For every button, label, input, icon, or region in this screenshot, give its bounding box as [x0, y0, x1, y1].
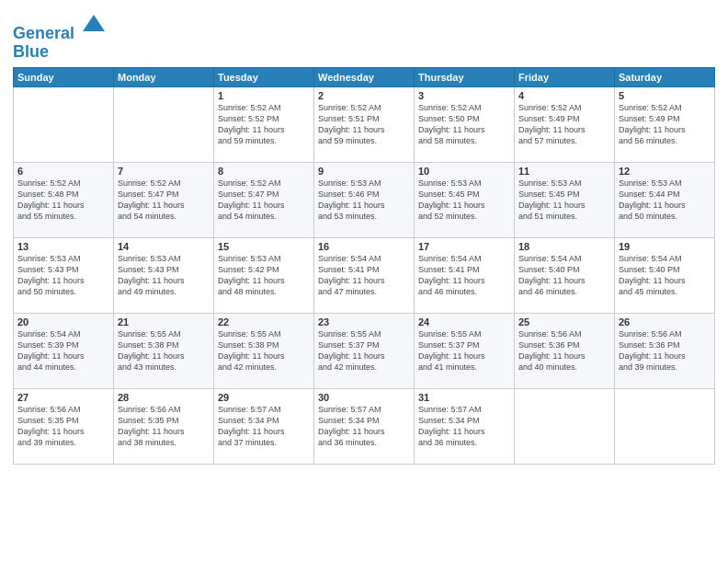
calendar-cell: 3Sunrise: 5:52 AM Sunset: 5:50 PM Daylig… — [415, 86, 515, 162]
calendar-cell: 11Sunrise: 5:53 AM Sunset: 5:45 PM Dayli… — [515, 162, 615, 237]
calendar-cell: 25Sunrise: 5:56 AM Sunset: 5:36 PM Dayli… — [515, 313, 615, 388]
day-info: Sunrise: 5:57 AM Sunset: 5:34 PM Dayligh… — [218, 404, 310, 449]
day-info: Sunrise: 5:56 AM Sunset: 5:35 PM Dayligh… — [118, 404, 210, 449]
logo-blue: Blue — [13, 42, 49, 61]
day-info: Sunrise: 5:52 AM Sunset: 5:47 PM Dayligh… — [118, 178, 210, 223]
day-info: Sunrise: 5:53 AM Sunset: 5:45 PM Dayligh… — [518, 178, 610, 223]
calendar-cell: 9Sunrise: 5:53 AM Sunset: 5:46 PM Daylig… — [314, 162, 415, 237]
calendar-cell: 21Sunrise: 5:55 AM Sunset: 5:38 PM Dayli… — [114, 313, 214, 388]
day-info: Sunrise: 5:52 AM Sunset: 5:50 PM Dayligh… — [418, 102, 510, 147]
week-row-2: 6Sunrise: 5:52 AM Sunset: 5:48 PM Daylig… — [14, 162, 715, 237]
day-info: Sunrise: 5:52 AM Sunset: 5:52 PM Dayligh… — [218, 102, 310, 147]
calendar-cell: 16Sunrise: 5:54 AM Sunset: 5:41 PM Dayli… — [314, 237, 415, 313]
day-info: Sunrise: 5:57 AM Sunset: 5:34 PM Dayligh… — [318, 404, 410, 449]
calendar-cell: 6Sunrise: 5:52 AM Sunset: 5:48 PM Daylig… — [14, 162, 114, 237]
day-number: 23 — [318, 316, 410, 327]
day-info: Sunrise: 5:55 AM Sunset: 5:37 PM Dayligh… — [418, 328, 510, 373]
calendar-cell: 14Sunrise: 5:53 AM Sunset: 5:43 PM Dayli… — [114, 237, 214, 313]
calendar-cell: 17Sunrise: 5:54 AM Sunset: 5:41 PM Dayli… — [415, 237, 515, 313]
day-info: Sunrise: 5:56 AM Sunset: 5:35 PM Dayligh… — [17, 404, 109, 449]
logo-icon — [81, 13, 107, 39]
day-number: 18 — [518, 241, 610, 252]
day-info: Sunrise: 5:54 AM Sunset: 5:40 PM Dayligh… — [518, 253, 610, 298]
day-info: Sunrise: 5:53 AM Sunset: 5:45 PM Dayligh… — [418, 178, 510, 223]
logo: General Blue — [13, 13, 107, 62]
calendar-cell: 4Sunrise: 5:52 AM Sunset: 5:49 PM Daylig… — [515, 86, 615, 162]
week-row-3: 13Sunrise: 5:53 AM Sunset: 5:43 PM Dayli… — [14, 237, 715, 313]
day-number: 4 — [518, 90, 610, 101]
calendar-cell: 13Sunrise: 5:53 AM Sunset: 5:43 PM Dayli… — [14, 237, 114, 313]
day-info: Sunrise: 5:53 AM Sunset: 5:42 PM Dayligh… — [218, 253, 310, 298]
day-number: 28 — [118, 392, 210, 403]
weekday-sunday: Sunday — [14, 67, 114, 86]
weekday-wednesday: Wednesday — [314, 67, 415, 86]
calendar-cell: 5Sunrise: 5:52 AM Sunset: 5:49 PM Daylig… — [615, 86, 715, 162]
svg-marker-0 — [83, 15, 105, 31]
day-info: Sunrise: 5:54 AM Sunset: 5:41 PM Dayligh… — [318, 253, 410, 298]
weekday-monday: Monday — [114, 67, 214, 86]
day-number: 24 — [418, 316, 510, 327]
calendar-cell: 8Sunrise: 5:52 AM Sunset: 5:47 PM Daylig… — [214, 162, 314, 237]
day-info: Sunrise: 5:56 AM Sunset: 5:36 PM Dayligh… — [518, 328, 610, 373]
day-info: Sunrise: 5:53 AM Sunset: 5:46 PM Dayligh… — [318, 178, 410, 223]
day-info: Sunrise: 5:52 AM Sunset: 5:49 PM Dayligh… — [619, 102, 711, 147]
calendar-cell: 31Sunrise: 5:57 AM Sunset: 5:34 PM Dayli… — [415, 388, 515, 464]
day-number: 7 — [118, 166, 210, 177]
day-number: 1 — [218, 90, 310, 101]
calendar-cell — [14, 86, 114, 162]
calendar-cell: 1Sunrise: 5:52 AM Sunset: 5:52 PM Daylig… — [214, 86, 314, 162]
calendar-cell: 22Sunrise: 5:55 AM Sunset: 5:38 PM Dayli… — [214, 313, 314, 388]
calendar-table: SundayMondayTuesdayWednesdayThursdayFrid… — [13, 67, 715, 465]
day-info: Sunrise: 5:54 AM Sunset: 5:40 PM Dayligh… — [619, 253, 711, 298]
calendar-cell — [615, 388, 715, 464]
calendar-cell: 7Sunrise: 5:52 AM Sunset: 5:47 PM Daylig… — [114, 162, 214, 237]
week-row-5: 27Sunrise: 5:56 AM Sunset: 5:35 PM Dayli… — [14, 388, 715, 464]
logo-text: General Blue — [13, 13, 107, 62]
page-container: General Blue SundayMondayTuesdayWednesda… — [0, 0, 728, 563]
calendar-cell: 12Sunrise: 5:53 AM Sunset: 5:44 PM Dayli… — [615, 162, 715, 237]
day-info: Sunrise: 5:57 AM Sunset: 5:34 PM Dayligh… — [418, 404, 510, 449]
day-number: 21 — [118, 316, 210, 327]
day-number: 8 — [218, 166, 310, 177]
day-number: 2 — [318, 90, 410, 101]
calendar-cell: 20Sunrise: 5:54 AM Sunset: 5:39 PM Dayli… — [14, 313, 114, 388]
day-number: 11 — [518, 166, 610, 177]
day-number: 15 — [218, 241, 310, 252]
calendar-cell: 18Sunrise: 5:54 AM Sunset: 5:40 PM Dayli… — [515, 237, 615, 313]
day-info: Sunrise: 5:54 AM Sunset: 5:41 PM Dayligh… — [418, 253, 510, 298]
calendar-cell: 24Sunrise: 5:55 AM Sunset: 5:37 PM Dayli… — [415, 313, 515, 388]
day-number: 31 — [418, 392, 510, 403]
day-number: 19 — [619, 241, 711, 252]
calendar-cell: 29Sunrise: 5:57 AM Sunset: 5:34 PM Dayli… — [214, 388, 314, 464]
day-info: Sunrise: 5:55 AM Sunset: 5:37 PM Dayligh… — [318, 328, 410, 373]
day-info: Sunrise: 5:52 AM Sunset: 5:47 PM Dayligh… — [218, 178, 310, 223]
week-row-1: 1Sunrise: 5:52 AM Sunset: 5:52 PM Daylig… — [14, 86, 715, 162]
logo-general: General — [13, 24, 74, 42]
day-number: 3 — [418, 90, 510, 101]
day-number: 29 — [218, 392, 310, 403]
day-number: 16 — [318, 241, 410, 252]
calendar-cell: 15Sunrise: 5:53 AM Sunset: 5:42 PM Dayli… — [214, 237, 314, 313]
day-info: Sunrise: 5:52 AM Sunset: 5:49 PM Dayligh… — [518, 102, 610, 147]
day-info: Sunrise: 5:53 AM Sunset: 5:43 PM Dayligh… — [17, 253, 109, 298]
calendar-cell: 2Sunrise: 5:52 AM Sunset: 5:51 PM Daylig… — [314, 86, 415, 162]
day-number: 25 — [518, 316, 610, 327]
weekday-header-row: SundayMondayTuesdayWednesdayThursdayFrid… — [14, 67, 715, 86]
day-number: 12 — [619, 166, 711, 177]
day-info: Sunrise: 5:56 AM Sunset: 5:36 PM Dayligh… — [619, 328, 711, 373]
day-number: 27 — [17, 392, 109, 403]
calendar-cell: 28Sunrise: 5:56 AM Sunset: 5:35 PM Dayli… — [114, 388, 214, 464]
day-number: 9 — [318, 166, 410, 177]
day-number: 30 — [318, 392, 410, 403]
week-row-4: 20Sunrise: 5:54 AM Sunset: 5:39 PM Dayli… — [14, 313, 715, 388]
calendar-cell: 19Sunrise: 5:54 AM Sunset: 5:40 PM Dayli… — [615, 237, 715, 313]
day-info: Sunrise: 5:55 AM Sunset: 5:38 PM Dayligh… — [218, 328, 310, 373]
day-number: 5 — [619, 90, 711, 101]
day-number: 14 — [118, 241, 210, 252]
calendar-cell: 23Sunrise: 5:55 AM Sunset: 5:37 PM Dayli… — [314, 313, 415, 388]
calendar-cell: 26Sunrise: 5:56 AM Sunset: 5:36 PM Dayli… — [615, 313, 715, 388]
day-info: Sunrise: 5:52 AM Sunset: 5:48 PM Dayligh… — [17, 178, 109, 223]
day-number: 17 — [418, 241, 510, 252]
day-number: 20 — [17, 316, 109, 327]
calendar-cell — [114, 86, 214, 162]
